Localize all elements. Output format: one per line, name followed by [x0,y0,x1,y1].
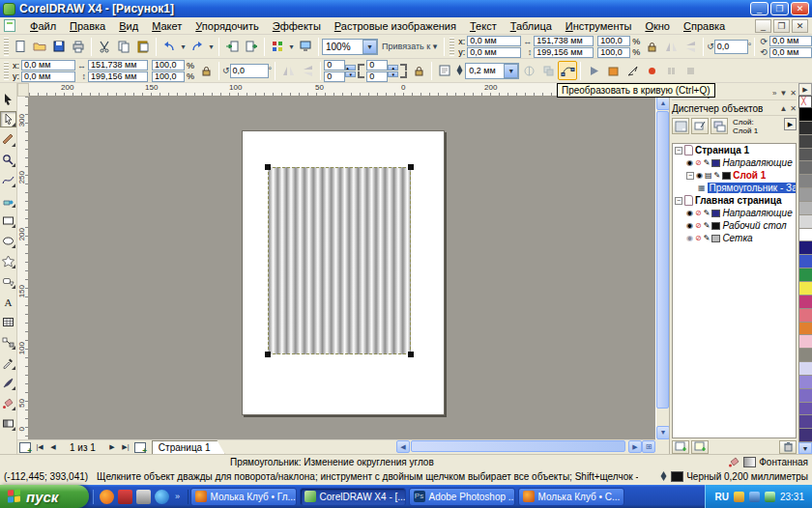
palette-swatch[interactable] [798,323,812,336]
task-button-photoshop[interactable]: Ps Adobe Photoshop ... [409,488,515,506]
shape-tool[interactable] [0,111,16,127]
new-master-layer-button[interactable] [691,440,709,454]
tree-item-master-page[interactable]: − Главная страница [673,194,796,207]
new-document-button[interactable] [11,37,30,56]
layer-color-swatch[interactable] [711,159,720,167]
first-page-button[interactable]: |◀ [33,441,46,454]
paste-button[interactable] [133,37,153,56]
minimize-button[interactable]: _ [750,2,768,15]
outline-color-swatch[interactable] [671,471,683,482]
spin-down[interactable]: ▾ [345,71,356,77]
om-collapse-button[interactable]: ▲ [779,104,787,113]
freehand-tool[interactable] [0,172,16,188]
language-indicator[interactable]: RU [715,492,729,502]
undo-dropdown[interactable]: ▾ [179,42,188,51]
menu-arrange[interactable]: Упорядочить [188,18,265,34]
palette-swatch[interactable] [798,175,812,188]
pb-scale-y-field[interactable]: 100,0 [152,71,185,82]
toolbar-grip[interactable] [4,38,9,56]
convert-to-curve-button[interactable] [558,61,577,80]
selected-rectangle-object[interactable] [268,167,411,354]
pb-y-field[interactable]: 0,0 мм [21,71,75,82]
tf-angle-field[interactable]: 0,0 [714,40,748,54]
fill-swatch[interactable] [743,457,756,467]
menu-edit[interactable]: Правка [63,18,112,34]
eyedropper-tool[interactable] [0,354,16,371]
print-button[interactable] [69,37,88,56]
table-tool[interactable] [0,314,16,330]
horizontal-scrollbar[interactable]: ◀ ▶ ⊞ [396,440,655,454]
tf-scale-x-field[interactable]: 100,0 [597,36,630,46]
pb-lock-ratio-button[interactable] [196,61,216,80]
no-fill-swatch[interactable] [798,96,812,108]
open-button[interactable] [30,37,49,56]
palette-swatch[interactable] [798,309,812,323]
docker-overflow-button[interactable]: » [772,89,776,98]
tf-mirror-h-button[interactable] [661,37,681,56]
palette-swatch[interactable] [798,215,812,229]
prev-page-button[interactable]: ◀ [46,441,60,454]
palette-swatch[interactable] [798,389,812,403]
printer-icon[interactable]: ▤ [705,172,712,180]
redo-button[interactable] [188,37,207,56]
eye-icon[interactable]: ◉ [686,235,693,242]
pb-height-field[interactable]: 199,156 мм [88,71,148,82]
tf-dist-y-field[interactable]: 0,0 мм [769,47,812,58]
tree-item-page1[interactable]: − Страница 1 [673,144,796,156]
quicklaunch-icon-3[interactable] [136,490,151,504]
palette-swatch[interactable] [798,229,812,242]
menu-help[interactable]: Справка [677,18,732,34]
doc-minimize-button[interactable]: _ [755,19,771,33]
pb-mirror-v-button[interactable] [298,61,317,80]
cut-button[interactable] [95,37,114,56]
pencil-icon[interactable]: ✎ [704,210,710,217]
ellipse-tool[interactable] [0,233,16,249]
pencil-icon[interactable]: ✎ [704,235,710,242]
macro-record-button[interactable] [642,61,661,80]
palette-swatch[interactable] [798,268,812,282]
last-page-button[interactable]: ▶| [119,441,132,454]
doc-restore-button[interactable]: ❐ [773,19,790,33]
palette-swatch[interactable] [798,122,812,135]
start-button[interactable]: пуск [0,485,89,508]
tree-item-master-guides[interactable]: ◉ ⊘ ✎ Направляющие [673,207,796,219]
snap-to-dropdown[interactable]: Привязать к ▾ [378,42,441,51]
ie-quicklaunch-icon[interactable] [155,490,169,504]
pick-tool[interactable] [0,91,16,107]
palette-swatch[interactable] [798,282,812,296]
scroll-left-button[interactable]: ◀ [396,440,410,453]
tray-icon-1[interactable] [734,492,744,502]
palette-scroll-down-button[interactable]: ▼ [798,442,812,454]
outline-pen-tool[interactable] [0,375,16,391]
pencil-icon[interactable]: ✎ [704,159,710,167]
pb-angle-field[interactable]: 0,0 [230,64,269,78]
selection-handle-br[interactable] [408,352,414,357]
collapse-icon[interactable]: − [675,147,682,155]
fill-tool[interactable] [0,395,16,411]
palette-swatch[interactable] [798,188,812,202]
collapse-icon[interactable]: − [675,197,682,205]
docker-collapse-button[interactable]: ▼ [779,89,787,98]
front-back-button[interactable] [538,61,558,80]
palette-swatch[interactable] [798,255,812,268]
document-page[interactable] [242,130,445,415]
tree-item-layer1[interactable]: − ◉ ▤ ✎ Слой 1 [673,169,796,182]
close-button[interactable]: ✕ [791,2,809,15]
layer-color-swatch[interactable] [711,235,720,242]
restore-button[interactable]: ❐ [770,2,789,15]
doc-close-button[interactable]: ✕ [792,19,808,33]
tf-y-field[interactable]: 0,0 мм [467,47,521,58]
tree-item-guides[interactable]: ◉ ⊘ ✎ Направляющие [673,156,796,169]
pencil-icon[interactable]: ✎ [704,222,710,230]
tf-height-field[interactable]: 199,156 мм [534,47,594,58]
eye-icon[interactable]: ◉ [696,172,703,180]
outline-combo-arrow[interactable]: ▾ [504,64,518,78]
text-tool[interactable]: A [0,294,16,310]
collapse-icon[interactable]: − [686,172,694,180]
save-button[interactable] [49,37,69,56]
basic-shapes-tool[interactable] [0,273,16,290]
menu-tools[interactable]: Инструменты [559,18,639,34]
palette-swatch[interactable] [798,335,812,349]
coreldraw-app-icon[interactable] [3,3,15,15]
corner-radius-tl-field[interactable]: 0 [324,60,345,71]
